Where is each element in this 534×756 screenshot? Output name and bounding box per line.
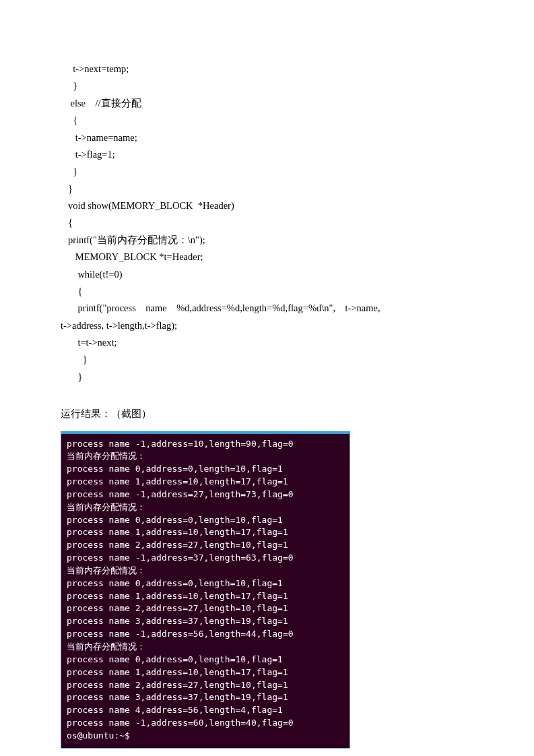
code-line: } (61, 369, 473, 385)
terminal-line: process name 0,address=0,length=10,flag=… (67, 514, 344, 527)
result-heading: 运行结果：（截图） (61, 406, 473, 422)
code-line: t=t->next; (61, 334, 473, 351)
terminal-line: process name 3,address=37,length=19,flag… (67, 615, 344, 628)
code-line: while(t!=0) (61, 266, 473, 283)
terminal-line: process name 4,address=56,length=4,flag=… (67, 704, 344, 717)
terminal-line: process name -1,address=27,length=73,fla… (67, 489, 344, 501)
code-line: else //直接分配 (61, 95, 473, 112)
terminal-line: process name 1,address=10,length=17,flag… (67, 590, 344, 603)
terminal-screenshot: process name -1,address=10,length=90,fla… (61, 431, 350, 749)
terminal-line: 当前内存分配情况： (67, 450, 344, 463)
terminal-line: process name 3,address=37,length=19,flag… (67, 691, 344, 704)
code-line: { (61, 283, 473, 300)
code-line: { (61, 214, 473, 231)
terminal-line: process name -1,address=60,length=40,fla… (67, 717, 344, 730)
code-line: void show(MEMORY_BLOCK *Header) (61, 197, 473, 214)
code-line: t->address, t->length,t->flag); (61, 317, 473, 334)
terminal-line: 当前内存分配情况： (67, 641, 344, 654)
code-line: MEMORY_BLOCK *t=Header; (61, 249, 473, 265)
terminal-line: process name 1,address=10,length=17,flag… (67, 526, 344, 539)
source-code-block: t->next=temp; } else //直接分配 { t->name=na… (61, 61, 473, 385)
code-line: } (61, 181, 473, 197)
terminal-line: process name 0,address=0,length=10,flag=… (67, 654, 344, 666)
terminal-line: process name 2,address=27,length=10,flag… (67, 539, 344, 552)
code-line: { (61, 112, 473, 129)
code-line: } (61, 77, 473, 94)
terminal-line: process name -1,address=37,length=63,fla… (67, 552, 344, 565)
terminal-line: process name 1,address=10,length=17,flag… (67, 476, 344, 489)
code-line: printf("当前内存分配情况：\n"); (61, 232, 473, 249)
terminal-line: process name -1,address=56,length=44,fla… (67, 628, 344, 641)
terminal-line: process name 0,address=0,length=10,flag=… (67, 463, 344, 476)
document-page: t->next=temp; } else //直接分配 { t->name=na… (0, 0, 534, 756)
code-line: t->name=name; (61, 129, 473, 146)
terminal-line: 当前内存分配情况： (67, 501, 344, 514)
terminal-line: process name 0,address=0,length=10,flag=… (67, 577, 344, 590)
code-line: printf("process name %d,address=%d,lengt… (61, 300, 473, 317)
terminal-line: process name 1,address=10,length=17,flag… (67, 666, 344, 679)
terminal-line: 当前内存分配情况： (67, 565, 344, 577)
code-line: t->next=temp; (61, 61, 473, 77)
terminal-line: process name -1,address=10,length=90,fla… (67, 438, 344, 451)
terminal-line: os@ubuntu:~$ (67, 730, 344, 743)
code-line: } (61, 163, 473, 180)
terminal-line: process name 2,address=27,length=10,flag… (67, 679, 344, 692)
code-line: t->flag=1; (61, 146, 473, 163)
terminal-line: process name 2,address=27,length=10,flag… (67, 602, 344, 615)
code-line: } (61, 351, 473, 368)
